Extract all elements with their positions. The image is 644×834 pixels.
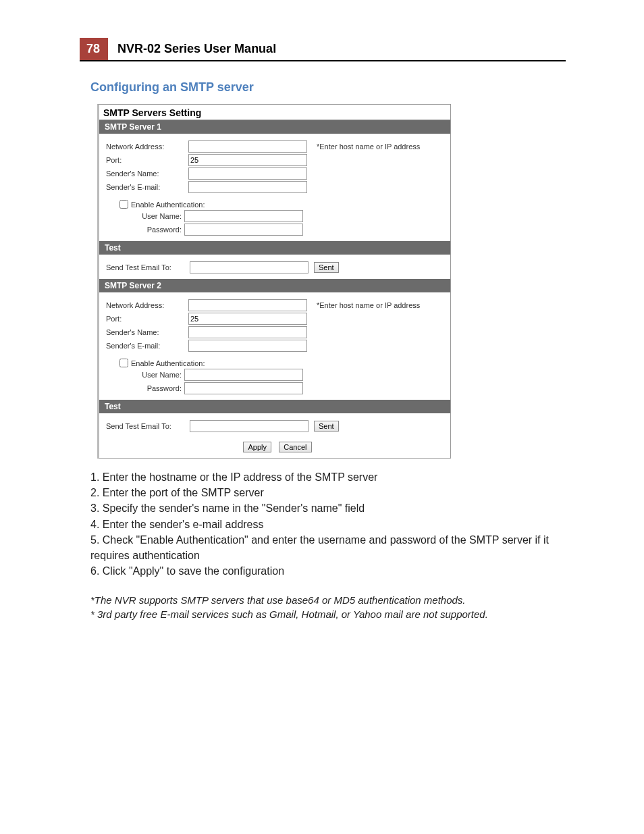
enable-auth-label: Enable Authentication: <box>131 201 205 209</box>
test-form-2: Send Test Email To: Sent <box>99 413 450 438</box>
cancel-button[interactable]: Cancel <box>279 442 311 452</box>
network-address-input-2[interactable] <box>188 299 307 311</box>
instruction-steps: 1. Enter the hostname or the IP address … <box>90 469 566 579</box>
footnotes: *The NVR supports SMTP servers that use … <box>90 594 566 621</box>
network-address-label-2: Network Address: <box>106 301 188 309</box>
sent-button-2[interactable]: Sent <box>314 421 339 432</box>
username-input[interactable] <box>184 210 303 222</box>
senders-name-label: Sender's Name: <box>106 170 188 178</box>
network-address-hint-2: *Enter host name or IP address <box>317 301 420 309</box>
port-input-2[interactable] <box>188 313 307 325</box>
step-2: 2. Enter the port of the SMTP server <box>90 485 566 500</box>
port-label-2: Port: <box>106 315 188 323</box>
step-3: 3. Specify the sender's name in the "Sen… <box>90 500 566 516</box>
apply-button[interactable]: Apply <box>243 442 271 452</box>
test-form-1: Send Test Email To: Sent <box>99 255 450 279</box>
sent-button-1[interactable]: Sent <box>314 262 339 273</box>
port-label: Port: <box>106 156 188 164</box>
step-4: 4. Enter the sender's e-mail address <box>90 517 566 532</box>
password-input[interactable] <box>184 224 303 236</box>
network-address-hint: *Enter host name or IP address <box>317 142 420 151</box>
senders-email-input-2[interactable] <box>188 340 307 352</box>
test-email-input[interactable] <box>190 261 308 273</box>
username-label-2: User Name: <box>106 371 184 379</box>
enable-auth-checkbox[interactable] <box>119 200 128 209</box>
username-label: User Name: <box>106 212 184 220</box>
test-email-input-2[interactable] <box>190 420 308 432</box>
smtp-server-2-form: Network Address: *Enter host name or IP … <box>99 292 450 400</box>
senders-email-label-2: Sender's E-mail: <box>106 342 188 350</box>
page-number: 78 <box>80 38 108 60</box>
password-input-2[interactable] <box>184 382 303 394</box>
network-address-label: Network Address: <box>106 142 188 151</box>
footnote-1: *The NVR supports SMTP servers that use … <box>90 594 566 607</box>
password-label-2: Password: <box>106 384 184 392</box>
footnote-2: * 3rd party free E-mail services such as… <box>90 608 566 621</box>
senders-name-input[interactable] <box>188 167 307 180</box>
enable-auth-checkbox-2[interactable] <box>119 359 128 367</box>
smtp-server-1-bar: SMTP Server 1 <box>99 120 450 134</box>
network-address-input[interactable] <box>188 140 307 153</box>
port-input[interactable] <box>188 154 307 166</box>
test-bar-1: Test <box>99 241 450 255</box>
test-bar-2: Test <box>99 400 450 413</box>
step-6: 6. Click "Apply" to save the configurati… <box>90 563 566 579</box>
page-header: 78 NVR-02 Series User Manual <box>80 38 566 61</box>
test-email-label: Send Test Email To: <box>106 263 190 271</box>
enable-auth-label-2: Enable Authentication: <box>131 359 205 367</box>
senders-name-input-2[interactable] <box>188 326 307 338</box>
senders-email-label: Sender's E-mail: <box>106 183 188 191</box>
username-input-2[interactable] <box>184 369 303 381</box>
panel-button-row: Apply Cancel <box>99 438 450 458</box>
step-5: 5. Check "Enable Authentication" and ent… <box>90 532 566 563</box>
test-email-label-2: Send Test Email To: <box>106 422 190 430</box>
panel-title: SMTP Servers Setting <box>99 105 450 120</box>
smtp-settings-panel: SMTP Servers Setting SMTP Server 1 Netwo… <box>97 104 451 459</box>
section-heading: Configuring an SMTP server <box>90 80 644 95</box>
senders-name-label-2: Sender's Name: <box>106 328 188 336</box>
manual-title: NVR-02 Series User Manual <box>108 38 276 60</box>
password-label: Password: <box>106 226 184 234</box>
smtp-server-2-bar: SMTP Server 2 <box>99 279 450 292</box>
document-page: 78 NVR-02 Series User Manual Configuring… <box>0 38 644 834</box>
step-1: 1. Enter the hostname or the IP address … <box>90 469 566 485</box>
smtp-server-1-form: Network Address: *Enter host name or IP … <box>99 134 450 241</box>
senders-email-input[interactable] <box>188 181 307 193</box>
